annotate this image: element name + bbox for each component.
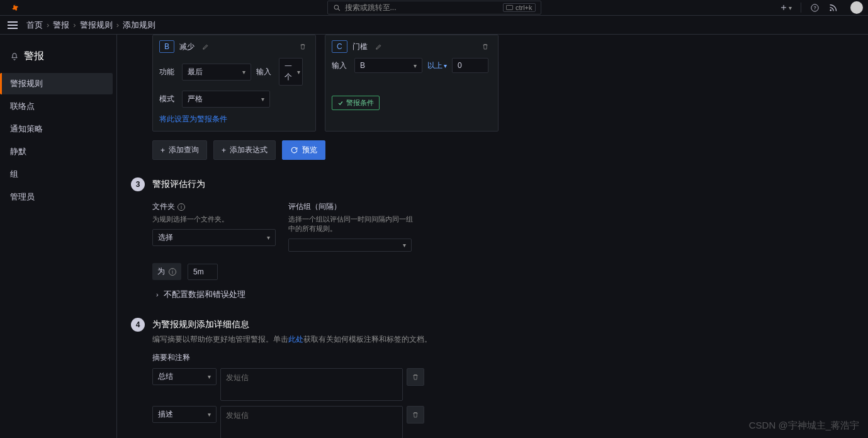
preview-button[interactable]: 预览 [282, 140, 325, 160]
sidebar-title: 警报 [4, 45, 113, 73]
search-icon [333, 4, 341, 12]
eval-group-select[interactable]: ▾ [288, 239, 412, 252]
expression-card-b: B 减少 功能 最后▾ 输入 一个▾ 模式 [152, 35, 316, 132]
refresh-icon [290, 146, 298, 154]
trash-icon [482, 43, 489, 50]
expr-name-c: 门槛 [352, 42, 368, 52]
func-label: 功能 [159, 67, 177, 77]
above-select[interactable]: 以上 ▾ [427, 60, 447, 71]
menu-toggle-button[interactable] [5, 19, 20, 31]
add-query-button[interactable]: + 添加查询 [152, 140, 207, 160]
plus-icon: + [222, 146, 226, 155]
svg-line-1 [338, 9, 340, 11]
expr-badge-c: C [332, 40, 347, 53]
add-expression-button[interactable]: + 添加表达式 [213, 140, 276, 160]
sidebar-item-groups[interactable]: 组 [4, 164, 113, 185]
annotations-label: 摘要和注释 [152, 352, 855, 363]
expr-badge-b: B [159, 40, 174, 53]
svg-point-0 [334, 5, 339, 9]
main-content: B 减少 功能 最后▾ 输入 一个▾ 模式 [117, 35, 868, 438]
annotation-key-description[interactable]: 描述▾ [152, 406, 217, 423]
trash-icon [412, 411, 419, 418]
edit-name-button[interactable] [200, 41, 211, 53]
grafana-logo-icon[interactable] [9, 2, 20, 13]
sidebar-item-contacts[interactable]: 联络点 [4, 96, 113, 117]
info-icon[interactable]: i [169, 268, 176, 276]
sidebar: 警报 警报规则 联络点 通知策略 静默 组 管理员 [0, 35, 117, 438]
svg-point-5 [830, 9, 832, 11]
annotation-key-summary[interactable]: 总结▾ [152, 368, 217, 385]
input-select-b[interactable]: 一个▾ [279, 58, 303, 86]
sidebar-item-rules[interactable]: 警报规则 [0, 73, 113, 94]
annotation-value-description[interactable] [220, 406, 403, 438]
plus-icon: + [161, 146, 165, 155]
breadcrumb-alert[interactable]: 警报 [53, 20, 69, 31]
section-3: 3 警报评估行为 文件夹 i 为规则选择一个文件夹。 选择▾ 评估组（间隔） 选… [152, 177, 855, 300]
docs-link[interactable]: 此处 [288, 335, 303, 344]
help-icon[interactable]: ? [810, 3, 820, 13]
keyboard-shortcut: ctrl+k [503, 3, 536, 12]
nodata-error-toggle[interactable]: › 不配置数据和错误处理 [156, 289, 855, 300]
breadcrumb-home[interactable]: 首页 [26, 20, 43, 31]
for-label: 为 i [152, 263, 181, 280]
section-4-subtitle: 编写摘要以帮助你更好地管理警报。单击此处获取有关如何模板注释和标签的文档。 [152, 334, 855, 345]
search-placeholder: 搜索或跳转至... [345, 3, 397, 13]
svg-text:?: ? [813, 5, 816, 11]
delete-annotation-description[interactable] [407, 406, 424, 424]
expr-name-b: 减少 [179, 42, 194, 52]
avatar[interactable] [850, 1, 863, 14]
sidebar-item-silences[interactable]: 静默 [4, 141, 113, 162]
svg-rect-2 [506, 5, 512, 9]
sidebar-item-policies[interactable]: 通知策略 [4, 118, 113, 140]
delete-expr-b-button[interactable] [296, 40, 309, 53]
add-menu-button[interactable]: ▾ [780, 4, 792, 11]
step-number-3: 3 [131, 177, 145, 191]
topbar: 搜索或跳转至... ctrl+k ▾ ? [0, 0, 868, 16]
delete-expr-c-button[interactable] [479, 40, 492, 53]
trash-icon [412, 373, 419, 381]
mode-label: 模式 [159, 94, 177, 104]
input-label-b: 输入 [256, 67, 274, 77]
rss-icon[interactable] [828, 3, 838, 13]
mode-select[interactable]: 严格▾ [182, 91, 270, 108]
input-label-c: 输入 [332, 60, 349, 71]
pencil-icon [202, 43, 209, 50]
section-4-title: 为警报规则添加详细信息 [152, 319, 249, 330]
edit-name-c-button[interactable] [373, 41, 385, 53]
alert-condition-badge: 警报条件 [332, 96, 380, 110]
breadcrumb-bar: 首页 › 警报 › 警报规则 › 添加规则 [0, 16, 868, 35]
breadcrumb-add[interactable]: 添加规则 [123, 20, 155, 31]
group-hint: 选择一个组以评估同一时间间隔内同一组中的所有规则。 [288, 215, 414, 233]
bell-icon [10, 52, 19, 61]
delete-annotation-summary[interactable] [407, 368, 424, 386]
folder-hint: 为规则选择一个文件夹。 [152, 215, 276, 224]
func-select[interactable]: 最后▾ [182, 64, 251, 81]
breadcrumb: 首页 › 警报 › 警报规则 › 添加规则 [26, 20, 155, 31]
input-select-c[interactable]: B▾ [354, 58, 422, 73]
breadcrumb-rules[interactable]: 警报规则 [80, 20, 113, 31]
threshold-input[interactable] [452, 58, 488, 73]
group-label: 评估组（间隔） [288, 201, 414, 212]
section-3-title: 警报评估行为 [152, 179, 205, 190]
folder-select[interactable]: 选择▾ [152, 229, 276, 246]
check-icon [337, 100, 344, 106]
sidebar-item-admin[interactable]: 管理员 [4, 186, 113, 208]
step-number-4: 4 [131, 318, 145, 332]
divider [801, 3, 801, 13]
pencil-icon [375, 43, 382, 50]
annotation-value-summary[interactable] [220, 368, 403, 401]
trash-icon [299, 43, 307, 50]
set-alert-condition-link[interactable]: 将此设置为警报条件 [159, 114, 227, 125]
section-4: 4 为警报规则添加详细信息 编写摘要以帮助你更好地管理警报。单击此处获取有关如何… [152, 318, 855, 438]
folder-label: 文件夹 i [152, 201, 276, 212]
expression-card-c: C 门槛 输入 B▾ 以上 ▾ [325, 35, 499, 132]
info-icon[interactable]: i [178, 203, 185, 211]
chevron-right-icon: › [156, 291, 159, 298]
search-input[interactable]: 搜索或跳转至... ctrl+k [327, 1, 541, 14]
plus-icon [780, 4, 787, 11]
for-duration-input[interactable] [188, 264, 218, 280]
